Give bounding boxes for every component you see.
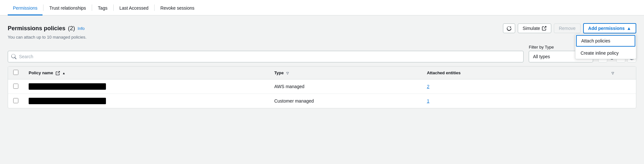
tab-separator-1	[43, 5, 43, 11]
section-title-row: Permissions policies (2) Info	[8, 25, 85, 32]
section-count: (2)	[68, 25, 75, 32]
search-wrapper	[8, 51, 524, 62]
th-checkbox	[8, 67, 24, 79]
row2-entities-cell: 1	[422, 94, 605, 108]
attach-policies-item[interactable]: Attach policies	[576, 35, 635, 47]
refresh-button[interactable]	[503, 23, 515, 33]
add-permissions-arrow-icon: ▲	[627, 26, 631, 31]
table-row: AWS managed 2	[8, 79, 636, 94]
external-link-small-icon	[56, 71, 60, 75]
simulate-button[interactable]: Simulate	[518, 23, 551, 33]
row2-policy-name-cell	[24, 94, 269, 108]
tab-revoke-sessions[interactable]: Revoke sessions	[155, 2, 200, 15]
tabs-bar: Permissions Trust relationships Tags Las…	[0, 0, 644, 15]
row2-checkbox-cell	[8, 94, 24, 108]
refresh-icon	[507, 26, 512, 31]
info-link[interactable]: Info	[78, 26, 85, 31]
sort-type-icon: ▽	[286, 71, 289, 75]
tab-last-accessed[interactable]: Last Accessed	[114, 2, 154, 15]
tab-separator-2	[92, 5, 92, 11]
row1-checkbox[interactable]	[13, 84, 18, 89]
add-permissions-label: Add permissions	[588, 26, 625, 31]
row2-checkbox[interactable]	[13, 98, 18, 103]
main-content: Permissions policies (2) Info Simulate R…	[0, 15, 644, 108]
add-permissions-menu: Attach policies Create inline policy	[575, 34, 636, 59]
section-subtitle: You can attach up to 10 managed policies…	[8, 35, 636, 40]
table-header-row: Policy name ▲ Type ▽ Attached entities	[8, 67, 636, 79]
remove-button[interactable]: Remove	[554, 23, 580, 33]
th-extra: ▽	[605, 67, 636, 79]
sort-policy-icon: ▲	[62, 71, 65, 75]
row1-type-cell: AWS managed	[269, 79, 422, 94]
sort-extra-icon: ▽	[611, 71, 614, 75]
th-policy-name-label: Policy name	[29, 70, 53, 75]
row2-entity-link[interactable]: 1	[427, 98, 430, 104]
tab-separator-3	[113, 5, 114, 11]
tab-tags[interactable]: Tags	[93, 2, 113, 15]
row1-type: AWS managed	[274, 84, 305, 89]
tab-separator-4	[154, 5, 155, 11]
create-inline-policy-item[interactable]: Create inline policy	[575, 47, 636, 59]
row1-extra-cell	[605, 79, 636, 94]
section-title: Permissions policies	[8, 25, 65, 32]
row1-policy-name-cell	[24, 79, 269, 94]
th-policy-name[interactable]: Policy name ▲	[24, 67, 269, 79]
tab-trust-relationships[interactable]: Trust relationships	[44, 2, 91, 15]
section-header: Permissions policies (2) Info Simulate R…	[8, 23, 636, 33]
th-type[interactable]: Type ▽	[269, 67, 422, 79]
row2-type-cell: Customer managed	[269, 94, 422, 108]
row2-type: Customer managed	[274, 98, 314, 104]
tab-permissions[interactable]: Permissions	[8, 2, 43, 15]
row1-entity-link[interactable]: 2	[427, 84, 430, 89]
external-link-icon	[542, 26, 546, 31]
permissions-table: Policy name ▲ Type ▽ Attached entities	[8, 67, 636, 108]
simulate-label: Simulate	[523, 26, 540, 31]
select-all-checkbox[interactable]	[13, 70, 18, 75]
add-permissions-button[interactable]: Add permissions ▲	[583, 23, 636, 33]
table-row: Customer managed 1	[8, 94, 636, 108]
search-icon	[11, 54, 16, 59]
th-type-label: Type	[274, 70, 284, 75]
th-attached-entities-label: Attached entities	[427, 70, 461, 75]
filter-type-value: All types	[533, 54, 550, 59]
row2-policy-name-redacted	[29, 98, 106, 104]
row1-checkbox-cell	[8, 79, 24, 94]
row1-entities-cell: 2	[422, 79, 605, 94]
row2-extra-cell	[605, 94, 636, 108]
actions-row: Simulate Remove Add permissions ▲ Attach…	[503, 23, 636, 33]
row1-policy-name-redacted	[29, 83, 106, 90]
add-permissions-dropdown: Add permissions ▲ Attach policies Create…	[583, 23, 636, 33]
search-input[interactable]	[19, 54, 520, 59]
filter-row: Filter by Type All types ▼ ‹ 1 ›	[8, 45, 636, 62]
th-attached-entities[interactable]: Attached entities	[422, 67, 605, 79]
permissions-table-container: Policy name ▲ Type ▽ Attached entities	[8, 66, 636, 108]
